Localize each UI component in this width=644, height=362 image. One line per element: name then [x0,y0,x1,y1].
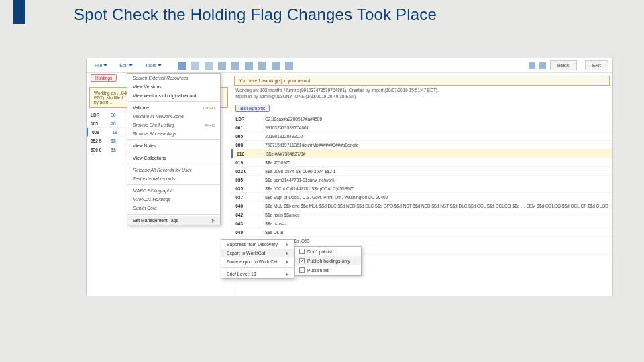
link-icon[interactable] [258,62,266,70]
holdings-badge: Holdings [91,74,117,82]
topbar-right-icons [529,62,546,69]
submenu-brief-level[interactable]: Brief Level: 10 [221,269,294,278]
menu-item-view-versions-original[interactable]: View versions of original record [127,91,220,100]
submenu-force-export-worldcat[interactable]: Force export to WorldCat [221,257,294,266]
bibliographic-badge: Bibliographic [235,105,270,112]
marc-row: 00818 [87,128,127,137]
right-warning-banner: You have 1 warning(s) in your record [234,76,610,86]
marc-row: 019$$a 4558975 [231,158,612,167]
caret-down-icon [129,64,133,66]
marc-row: 035$$a (OCoLC)01447781 $$z (OCoLC)455897… [231,184,612,193]
marc-row: 008750715d19711361dcunrMp######0###a0eng… [231,141,612,149]
caret-down-icon [158,64,162,66]
option-publish-bib[interactable]: Publish bib [295,265,361,275]
tools-dropdown: Search External Resources View Versions … [127,73,221,225]
menu-item-validate[interactable]: ValidateCtrl+U [127,103,220,112]
back-button[interactable]: Back [550,60,577,70]
left-marc-tags: LDR30 00520 00818 852 5$$ 856 0$$ [87,111,127,154]
marc-row: 022 0$$a 0090-3574 $$l 0090-3574 $$2 1 [231,167,612,176]
menu-item-view-notes[interactable]: View Notes [127,141,220,150]
menu-item-view-collections[interactable]: View Collections [127,154,220,162]
exit-button[interactable]: Exit [585,60,608,70]
expand-icon[interactable] [529,62,535,69]
toolbar-icons [178,62,293,70]
doc-icon[interactable] [191,62,199,70]
checkbox-icon [299,249,305,254]
menu-item-set-management-tags[interactable]: Set Management Tags [127,216,220,225]
menu-item-dublin-core[interactable]: Dublin Core [127,204,220,213]
marc-row: 043$$a n-us--- [231,219,612,228]
marc-row: 042$$a nsdp $$a pcc [231,210,612,219]
menu-item-marc-bib[interactable]: MARC Bibliographic [127,186,220,195]
split-icon[interactable] [539,62,546,69]
option-publish-holdings-only[interactable]: Publish holdings only [295,256,361,265]
marc-row: 037$$b Supt of Docs., U.S. Govt. Print. … [231,193,612,202]
management-tags-submenu: Suppress from Discovery Export to WorldC… [221,239,294,279]
menu-item-browse-shelf[interactable]: Browse Shelf ListingAlt+C [127,121,220,129]
app-screenshot: File Edit Tools Back Exit [86,58,613,296]
menu-tools[interactable]: Tools [141,62,165,69]
slide-accent-stripe [13,0,25,24]
app-topbar: File Edit Tools Back Exit [87,58,612,73]
option-dont-publish[interactable]: Don't publish [295,247,361,256]
marc-row: 00520 [87,119,127,128]
marc-row: 049$$a OLIB [231,228,612,237]
menu-item-view-versions[interactable]: View Versions [127,82,220,91]
marc-row: 00520190131204930.0 [231,132,612,141]
menu-item-marc21-holdings[interactable]: MARC21 Holdings [127,195,220,204]
save-icon[interactable] [178,62,186,70]
chevron-right-icon [286,260,288,264]
cart-icon[interactable] [272,62,280,70]
slide-title: Spot Check the Holding Flag Changes Took… [74,5,437,24]
menu-file[interactable]: File [91,62,111,69]
chevron-right-icon [212,219,215,223]
submenu-export-worldcat[interactable]: Export to WorldCat [221,249,294,257]
menu-item-test-external[interactable]: Test external records [127,174,220,183]
menu-item-release-all[interactable]: Release All Records for User [127,166,220,174]
paste-icon[interactable] [231,62,239,70]
marc-row: 856 0$$ [87,145,127,154]
marc-row: 040$$a MUL $$b eng $$c MUL $$d DLC $$d N… [231,202,612,210]
left-pane: Holdings Working on …04801). Created by … [87,73,231,296]
menu-edit[interactable]: Edit [115,62,137,69]
checkbox-checked-icon [299,258,305,263]
marc-row: LDRC21i0cas#a2200517#a#4500 [231,115,612,123]
chevron-right-icon [286,251,288,255]
submenu-suppress-discovery[interactable]: Suppress from Discovery [221,240,294,249]
checkbox-icon [299,267,305,273]
right-marc-table: LDRC21i0cas#a2200517#a#4500 001991037473… [231,115,612,254]
chevron-right-icon [286,272,288,276]
chevron-right-icon [286,243,288,247]
marc-row: 852 5$$ [87,137,127,145]
menu-item-validate-network[interactable]: Validate in Network Zone [127,112,220,121]
marc-row: 035$$a ocm01447781-01suny_network [231,176,612,184]
caret-down-icon [103,64,107,66]
right-record-meta: Working on: 102 months / funnrc (9910374… [235,87,608,99]
doc2-icon[interactable] [205,62,213,70]
menu-item-search-external[interactable]: Search External Resources [127,74,220,82]
copy-icon[interactable] [218,62,226,70]
marc-row: LDR30 [87,111,127,119]
trash-icon[interactable] [285,62,293,70]
export-worldcat-submenu: Don't publish Publish holdings only Publ… [294,246,362,276]
cut-icon[interactable] [245,62,253,70]
marc-row: 001991037473539704801 [231,123,612,132]
menu-item-browse-bib[interactable]: Browse Bib Headings [127,129,220,138]
marc-row: 010$$z #A#7364627/3# [231,149,612,158]
